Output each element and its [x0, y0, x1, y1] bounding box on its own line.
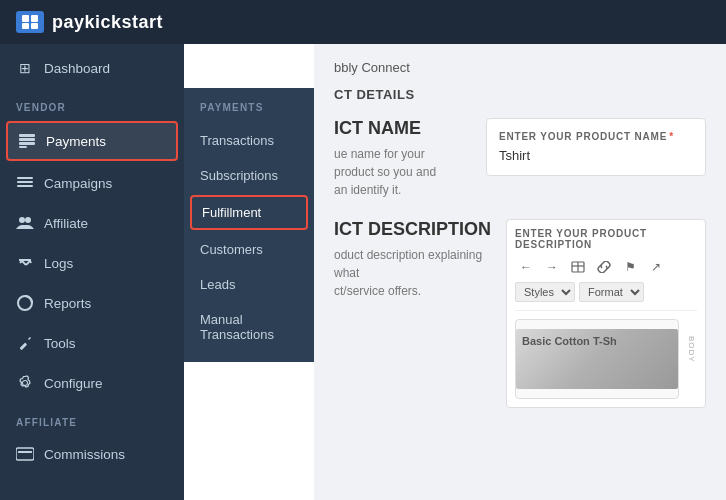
- sidebar-item-reports[interactable]: Reports: [0, 283, 184, 323]
- body-label: BODY: [687, 336, 696, 363]
- submenu-section-label: PAYMENTS: [184, 98, 314, 123]
- product-desc-right: ENTER YOUR PRODUCT DESCRIPTION ← →: [506, 219, 706, 408]
- tools-icon: [16, 334, 34, 352]
- product-desc-left: ICT DESCRIPTION oduct description explai…: [334, 219, 496, 408]
- reports-icon: [16, 294, 34, 312]
- svg-rect-6: [19, 142, 35, 145]
- logo-text: paykickstart: [52, 12, 163, 33]
- sidebar-item-configure[interactable]: Configure: [0, 363, 184, 403]
- configure-icon: [16, 374, 34, 392]
- product-name-section: ICT NAME ue name for your product so you…: [334, 118, 706, 199]
- sidebar-item-dashboard[interactable]: ⊞ Dashboard: [0, 48, 184, 88]
- product-name-field-box: ENTER YOUR PRODUCT NAME* Tshirt: [486, 118, 706, 176]
- sidebar-item-label: Commissions: [44, 447, 125, 462]
- logo-area: paykickstart: [16, 11, 163, 33]
- undo-btn[interactable]: ←: [515, 256, 537, 278]
- sidebar-item-label: Payments: [46, 134, 106, 149]
- sidebar-item-tools[interactable]: Tools: [0, 323, 184, 363]
- desc-field-label: ENTER YOUR PRODUCT DESCRIPTION: [515, 228, 697, 250]
- submenu: PAYMENTS Transactions Subscriptions Fulf…: [184, 88, 314, 362]
- desc-field-box: ENTER YOUR PRODUCT DESCRIPTION ← →: [506, 219, 706, 408]
- affiliate-icon: [16, 214, 34, 232]
- payments-icon: [18, 132, 36, 150]
- sidebar-item-label: Tools: [44, 336, 76, 351]
- submenu-item-manual-transactions[interactable]: Manual Transactions: [184, 302, 314, 352]
- product-name-right: ENTER YOUR PRODUCT NAME* Tshirt: [486, 118, 706, 176]
- table-btn[interactable]: [567, 256, 589, 278]
- product-name-left: ICT NAME ue name for your product so you…: [334, 118, 466, 199]
- svg-rect-16: [18, 451, 32, 453]
- content-area: bbly Connect CT DETAILS ICT NAME ue name…: [314, 44, 726, 500]
- product-name-desc: ue name for your product so you and: [334, 145, 466, 181]
- submenu-item-leads[interactable]: Leads: [184, 267, 314, 302]
- logo-icon: [16, 11, 44, 33]
- sidebar-item-label: Logs: [44, 256, 73, 271]
- flag-btn[interactable]: ⚑: [619, 256, 641, 278]
- section-header: CT DETAILS: [334, 87, 706, 102]
- product-name-heading: ICT NAME: [334, 118, 466, 139]
- product-name-desc2: an identify it.: [334, 181, 466, 199]
- product-desc-text1: oduct description explaining what: [334, 246, 496, 282]
- dashboard-icon: ⊞: [16, 59, 34, 77]
- affiliate-section-label: AFFILIATE: [0, 403, 184, 434]
- sidebar-item-campaigns[interactable]: Campaigns: [0, 163, 184, 203]
- svg-rect-2: [22, 23, 29, 29]
- editor-toolbar: ← →: [515, 256, 697, 311]
- connect-label: bbly Connect: [334, 60, 706, 75]
- link-btn[interactable]: [593, 256, 615, 278]
- sidebar-item-label: Dashboard: [44, 61, 110, 76]
- format-select[interactable]: Format: [579, 282, 644, 302]
- vendor-section-label: VENDOR: [0, 88, 184, 119]
- topbar: paykickstart: [0, 0, 726, 44]
- svg-rect-15: [16, 448, 34, 460]
- submenu-item-customers[interactable]: Customers: [184, 232, 314, 267]
- svg-rect-5: [19, 138, 35, 141]
- svg-rect-4: [19, 134, 35, 137]
- styles-select[interactable]: Styles: [515, 282, 575, 302]
- svg-point-11: [19, 217, 25, 223]
- svg-point-12: [25, 217, 31, 223]
- svg-rect-0: [22, 15, 29, 22]
- svg-rect-8: [17, 177, 33, 179]
- sidebar-item-label: Reports: [44, 296, 91, 311]
- svg-rect-1: [31, 15, 38, 22]
- sidebar: ⊞ Dashboard VENDOR Payments: [0, 44, 184, 500]
- svg-rect-10: [17, 185, 33, 187]
- campaigns-icon: [16, 174, 34, 192]
- svg-rect-14: [19, 342, 27, 350]
- submenu-item-fulfillment[interactable]: Fulfillment: [190, 195, 308, 230]
- svg-rect-9: [17, 181, 33, 183]
- svg-rect-3: [31, 23, 38, 29]
- product-description-section: ICT DESCRIPTION oduct description explai…: [334, 219, 706, 408]
- sidebar-item-payments[interactable]: Payments: [6, 121, 178, 161]
- logs-icon: [16, 254, 34, 272]
- submenu-item-transactions[interactable]: Transactions: [184, 123, 314, 158]
- sidebar-item-affiliate[interactable]: Affiliate: [0, 203, 184, 243]
- product-desc-text2: ct/service offers.: [334, 282, 496, 300]
- svg-rect-7: [19, 146, 27, 148]
- sidebar-item-label: Affiliate: [44, 216, 88, 231]
- sidebar-item-label: Configure: [44, 376, 103, 391]
- sidebar-item-logs[interactable]: Logs: [0, 243, 184, 283]
- image-label: Basic Cotton T-Sh: [522, 335, 617, 347]
- product-image-preview: Basic Cotton T-Sh: [515, 319, 679, 399]
- submenu-item-subscriptions[interactable]: Subscriptions: [184, 158, 314, 193]
- product-name-field-value[interactable]: Tshirt: [499, 148, 693, 163]
- product-name-field-label: ENTER YOUR PRODUCT NAME*: [499, 131, 693, 142]
- product-description-heading: ICT DESCRIPTION: [334, 219, 496, 240]
- commissions-icon: [16, 445, 34, 463]
- redo-btn[interactable]: →: [541, 256, 563, 278]
- sidebar-item-label: Campaigns: [44, 176, 112, 191]
- sidebar-item-commissions[interactable]: Commissions: [0, 434, 184, 474]
- embed-btn[interactable]: ↗: [645, 256, 667, 278]
